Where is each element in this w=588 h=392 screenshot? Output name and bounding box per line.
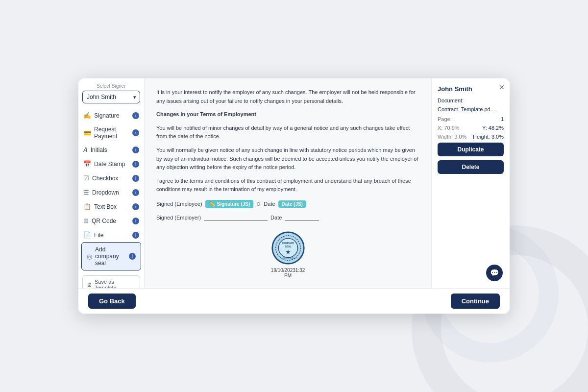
pen-icon: ✏️ (209, 201, 216, 207)
page-value: 1 (501, 116, 504, 122)
duplicate-button[interactable]: Duplicate (438, 143, 504, 156)
panel-page-row: Page: 1 (438, 116, 504, 122)
date-label-1: Date (264, 201, 275, 207)
page-label: Page: (438, 116, 452, 122)
signer-select[interactable]: John Smith (82, 91, 140, 103)
checkbox-icon: ☑ (83, 174, 89, 182)
sidebar-item-request-payment[interactable]: 💳 Request Payment i (78, 122, 144, 143)
signature-field[interactable]: ✏️ Signature (JS) (205, 200, 254, 208)
continue-button[interactable]: Continue (451, 294, 500, 309)
dropdown-info[interactable]: i (132, 189, 139, 196)
right-panel: ✕ John Smith Document: Contract_Template… (431, 78, 510, 288)
go-back-button[interactable]: Go Back (88, 294, 136, 309)
sidebar-label-checkbox: Checkbox (92, 175, 118, 182)
panel-name: John Smith (438, 85, 504, 93)
text-box-info[interactable]: i (132, 203, 139, 210)
seal-timestamp: 19/10/20231:32PM (271, 268, 305, 278)
employer-date-underline (285, 214, 319, 221)
y-label: Y: 48.2% (482, 125, 504, 131)
text-box-icon: 📋 (83, 203, 91, 210)
sidebar-label-date-stamp: Date Stamp (94, 161, 125, 168)
doc-text3: I agree to the terms and conditions of t… (156, 177, 419, 194)
sidebar-label-add-company-seal: Add company seal (95, 246, 129, 267)
signed-employee-label: Signed (Employee) (156, 201, 202, 207)
save-template-icon: 🖹 (87, 282, 92, 288)
checkbox-info[interactable]: i (132, 175, 139, 182)
panel-xy-row: X: 70.9% Y: 48.2% (438, 125, 504, 131)
company-seal-area: COMPANY SEAL ★ CERTIFIED ★ 19/10/20231:3… (156, 231, 419, 278)
width-label: Width: 9.0% (438, 134, 466, 140)
sidebar-item-dropdown[interactable]: ☰ Dropdown i (78, 185, 144, 199)
x-label: X: 70.9% (438, 125, 460, 131)
initials-info[interactable]: i (132, 147, 139, 153)
chat-bubble-button[interactable]: 💬 (486, 265, 503, 281)
employer-sig-underline (204, 214, 268, 221)
doc-intro: It is in your interest to notify the emp… (156, 88, 419, 105)
sidebar-label-file: File (94, 232, 103, 239)
date-field[interactable]: Date (JS) (278, 200, 306, 208)
connector-dot (257, 202, 260, 206)
sidebar: Select Signer John Smith ✍️ Signature i (78, 78, 145, 288)
company-seal-icon: ◎ (87, 253, 92, 260)
close-button[interactable]: ✕ (499, 83, 505, 91)
save-template-button[interactable]: 🖹 Save as Template (82, 275, 140, 288)
qr-code-info[interactable]: i (132, 218, 139, 224)
delete-button[interactable]: Delete (438, 160, 504, 174)
sidebar-item-checkbox[interactable]: ☑ Checkbox i (78, 171, 144, 185)
signed-employer-line: Signed (Employer) Date (156, 214, 419, 221)
signer-dropdown-wrapper[interactable]: John Smith (82, 91, 140, 103)
doc-section-title: Changes in your Terms of Employment (156, 110, 419, 119)
sidebar-label-signature: Signature (94, 112, 119, 119)
chat-icon: 💬 (490, 269, 499, 277)
document-label: Document: (438, 98, 464, 103)
payment-icon: 💳 (83, 129, 91, 137)
sidebar-label-initials: Initials (91, 147, 107, 153)
sidebar-label-request-payment: Request Payment (94, 126, 132, 140)
sidebar-label-qr-code: QR Code (92, 218, 116, 224)
sidebar-item-signature[interactable]: ✍️ Signature i (78, 108, 144, 122)
select-signer-label: Select Signer (82, 83, 140, 89)
save-template-label: Save as Template (95, 279, 136, 288)
sidebar-item-file[interactable]: 📄 File i (78, 228, 144, 242)
sig-field-label: Signature (JS) (217, 201, 250, 207)
document-value: Contract_Template.pd... (438, 106, 504, 112)
file-icon: 📄 (83, 231, 91, 239)
panel-wh-row: Width: 9.0% Height: 3.0% (438, 134, 504, 140)
document-area: It is in your interest to notify the emp… (145, 78, 431, 288)
modal-footer: Go Back Continue (78, 288, 510, 314)
sidebar-label-text-box: Text Box (94, 203, 117, 210)
svg-text:SEAL: SEAL (285, 245, 291, 248)
date-label-2: Date (270, 215, 282, 220)
signature-info[interactable]: i (132, 112, 139, 119)
panel-document-row: Document: (438, 98, 504, 103)
sidebar-item-initials[interactable]: A Initials i (78, 143, 144, 157)
sidebar-label-dropdown: Dropdown (92, 189, 119, 196)
svg-text:COMPANY: COMPANY (282, 242, 294, 245)
company-seal-svg: COMPANY SEAL ★ CERTIFIED ★ (271, 231, 305, 265)
payment-info[interactable]: i (132, 129, 139, 136)
signed-employee-line: Signed (Employee) ✏️ Signature (JS) Date… (156, 200, 419, 208)
signature-icon: ✍️ (83, 112, 91, 119)
initials-icon: A (83, 147, 88, 153)
height-label: Height: 3.0% (473, 134, 504, 140)
sidebar-item-add-company-seal[interactable]: ◎ Add company seal i (81, 242, 141, 270)
modal-body: Select Signer John Smith ✍️ Signature i (78, 78, 510, 288)
doc-text1: You will be notified of minor changes of… (156, 124, 419, 141)
dropdown-icon: ☰ (83, 189, 89, 196)
qr-code-icon: ⊞ (83, 217, 89, 224)
company-seal-info[interactable]: i (129, 253, 136, 260)
date-stamp-info[interactable]: i (132, 161, 139, 168)
file-info[interactable]: i (132, 232, 139, 239)
signed-employer-label: Signed (Employer) (156, 215, 201, 220)
modal: Select Signer John Smith ✍️ Signature i (78, 78, 510, 314)
sidebar-item-date-stamp[interactable]: 📅 Date Stamp i (78, 157, 144, 171)
sidebar-item-qr-code[interactable]: ⊞ QR Code i (78, 214, 144, 228)
sidebar-item-text-box[interactable]: 📋 Text Box i (78, 199, 144, 214)
date-stamp-icon: 📅 (83, 160, 91, 168)
signer-select-wrapper: Select Signer John Smith (82, 83, 140, 103)
svg-text:★ CERTIFIED ★: ★ CERTIFIED ★ (280, 257, 295, 259)
svg-point-2 (278, 238, 297, 257)
doc-text2: You will normally be given notice of any… (156, 146, 419, 172)
